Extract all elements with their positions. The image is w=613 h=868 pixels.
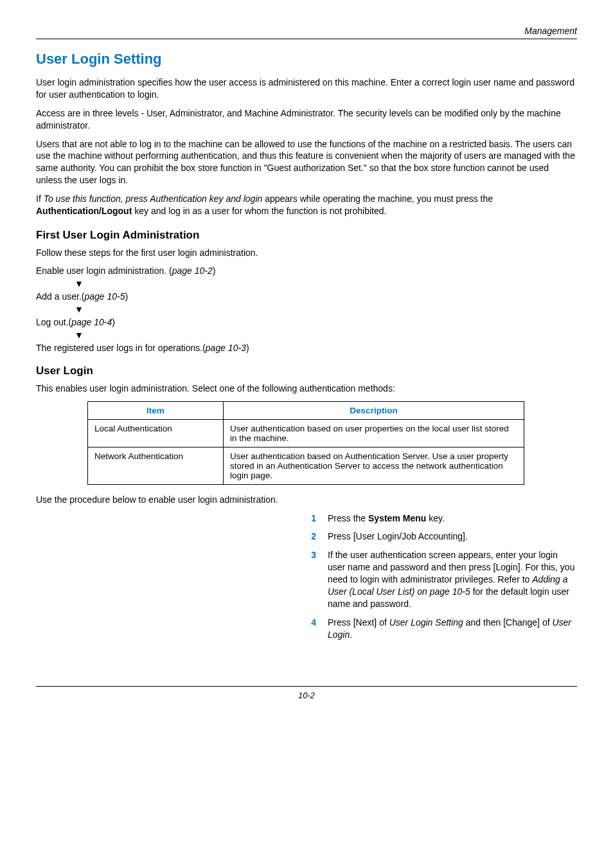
user-login-intro: This enables user login administration. … [36, 383, 577, 395]
enable-post: ) [213, 266, 216, 276]
enable-line: Enable user login administration. (page … [36, 266, 577, 276]
p4-pre: If [36, 194, 44, 204]
below-table: Use the procedure below to enable user l… [36, 494, 577, 506]
intro-para-4: If To use this function, press Authentic… [36, 193, 577, 217]
step-3: 3 If the user authentication screen appe… [306, 549, 577, 610]
logout-pre: Log out.( [36, 317, 71, 327]
s1-bold: System Menu [368, 513, 426, 523]
arrow-3: ▼ [75, 330, 577, 340]
th-item: Item [88, 401, 224, 419]
step-body-1: Press the System Menu key. [328, 512, 577, 525]
p4-ital: To use this function, press Authenticati… [44, 194, 263, 204]
enable-ref: page 10-2 [172, 266, 213, 276]
step-num-3: 3 [306, 549, 316, 610]
p4-mid: appears while operating the machine, you… [262, 194, 493, 204]
table-row: Local Authentication User authentication… [88, 419, 524, 447]
add-line: Add a user.(page 10-5) [36, 291, 577, 302]
footer-rule [36, 686, 577, 687]
table-row: Network Authentication User authenticati… [88, 447, 524, 484]
s4-post: . [350, 629, 352, 640]
reg-ref: page 10-3 [206, 343, 246, 353]
step-body-3: If the user authentication screen appear… [328, 549, 577, 610]
first-admin-intro: Follow these steps for the first user lo… [36, 247, 577, 259]
reg-pre: The registered user logs in for operatio… [36, 343, 206, 353]
arrow-2: ▼ [75, 304, 577, 314]
p4-post: key and log in as a user for whom the fu… [132, 206, 386, 216]
th-desc: Description [224, 401, 524, 419]
table-header-row: Item Description [88, 401, 524, 419]
intro-para-1: User login administration specifies how … [36, 77, 577, 101]
cell-desc-1: User authentication based on Authenticat… [224, 447, 524, 484]
page-number: 10-2 [36, 691, 577, 700]
intro-para-3: Users that are not able to log in to the… [36, 138, 577, 187]
add-pre: Add a user.( [36, 291, 85, 302]
cell-item-1: Network Authentication [88, 447, 224, 484]
enable-pre: Enable user login administration. ( [36, 266, 172, 276]
registered-line: The registered user logs in for operatio… [36, 343, 577, 353]
header-rule [36, 39, 577, 39]
step-num-4: 4 [306, 617, 316, 641]
intro-para-2: Access are in three levels - User, Admin… [36, 107, 577, 132]
steps-list: 1 Press the System Menu key. 2 Press [Us… [306, 512, 577, 641]
step-body-4: Press [Next] of User Login Setting and t… [328, 617, 577, 641]
page-header: Management [36, 26, 577, 36]
s4-pre: Press [Next] of [328, 617, 389, 628]
add-ref: page 10-5 [85, 291, 125, 302]
first-admin-heading: First User Login Administration [36, 229, 577, 242]
reg-post: ) [246, 343, 249, 353]
auth-table: Item Description Local Authentication Us… [87, 401, 524, 485]
step-num-2: 2 [306, 530, 316, 543]
s4-mid: and then [Change] of [463, 617, 553, 628]
arrow-1: ▼ [75, 278, 577, 289]
s1-pre: Press the [328, 513, 368, 523]
p4-bold: Authentication/Logout [36, 206, 132, 216]
step-num-1: 1 [306, 512, 316, 525]
user-login-heading: User Login [36, 365, 577, 377]
logout-line: Log out.(page 10-4) [36, 317, 577, 327]
logout-post: ) [112, 317, 115, 327]
s1-post: key. [426, 513, 445, 523]
cell-item-0: Local Authentication [88, 419, 224, 447]
step-2: 2 Press [User Login/Job Accounting]. [306, 530, 577, 543]
step-body-2: Press [User Login/Job Accounting]. [328, 530, 577, 543]
section-label: Management [524, 26, 577, 36]
s4-ital: User Login Setting [389, 617, 463, 628]
page: Management User Login Setting User login… [0, 0, 613, 719]
cell-desc-0: User authentication based on user proper… [224, 419, 524, 447]
step-1: 1 Press the System Menu key. [306, 512, 577, 525]
step-4: 4 Press [Next] of User Login Setting and… [306, 617, 577, 641]
add-post: ) [125, 291, 129, 302]
logout-ref: page 10-4 [71, 317, 112, 327]
page-title: User Login Setting [36, 51, 577, 68]
